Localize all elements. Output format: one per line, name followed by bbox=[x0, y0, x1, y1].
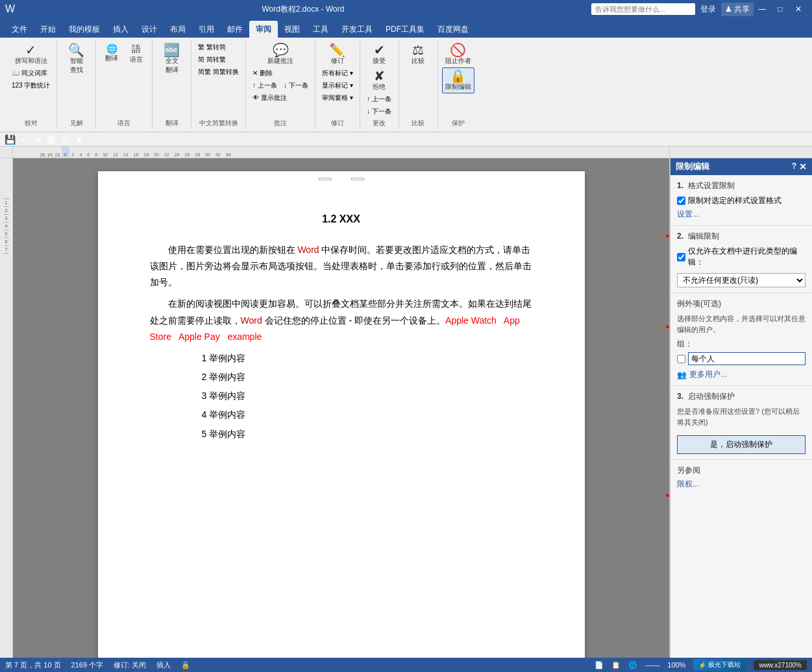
btn-new-comment[interactable]: 💬 新建批注 bbox=[264, 42, 297, 67]
panel-help-icon[interactable]: ? bbox=[792, 162, 796, 172]
ribbon-group-translate: 🔤 全文 翻译 翻译 bbox=[153, 40, 191, 129]
tab-view[interactable]: 视图 bbox=[278, 21, 306, 38]
qa-print[interactable]: 🖨 bbox=[58, 134, 71, 145]
logo-watermark: ⚡ 极光下载站 bbox=[693, 659, 746, 671]
tab-references[interactable]: 引用 bbox=[192, 21, 221, 38]
right-panel: 限制编辑 ? ✕ 1. 格式设置限制 限制对选定的样式设置格式 设置... 2.… bbox=[669, 158, 812, 672]
main-area: 1 2 3 4 5 6 7 1.2 XXX bbox=[0, 158, 812, 672]
document-scroll-area[interactable]: 1.2 XXX 使用在需要位置出现的新按钮在 Word 中保存时间。若要更改图片… bbox=[13, 158, 669, 672]
ribbon-group-convert: 繁 繁转简 简 简转繁 简繁 简繁转换 中文简繁转换 bbox=[191, 40, 246, 129]
section4-title: 3. 启动强制保护 bbox=[677, 391, 806, 402]
section1-checkbox[interactable] bbox=[677, 197, 685, 205]
status-bar: 第 7 页，共 10 页 2169 个字 修订: 关闭 插入 🔒 📄 📋 🌐 —… bbox=[0, 658, 812, 672]
view-web-btn[interactable]: 🌐 bbox=[628, 661, 637, 669]
red-arrow-2: ➜ bbox=[665, 314, 669, 339]
qa-redo[interactable]: ↪ bbox=[32, 134, 43, 145]
doc-title: 1.2 XXX bbox=[150, 210, 533, 229]
tab-baidu[interactable]: 百度网盘 bbox=[431, 21, 475, 38]
btn-convert[interactable]: 简繁 简繁转换 bbox=[195, 66, 241, 78]
qa-format[interactable]: ▦ bbox=[45, 134, 57, 145]
qa-undo[interactable]: ↩ bbox=[19, 134, 31, 145]
btn-language[interactable]: 語 语言 bbox=[125, 42, 148, 66]
tab-dev[interactable]: 开发工具 bbox=[335, 21, 379, 38]
tab-mytemplate[interactable]: 我的模板 bbox=[62, 21, 106, 38]
tab-insert[interactable]: 插入 bbox=[106, 21, 135, 38]
group-label: 组： bbox=[677, 339, 806, 350]
qa-save[interactable]: 💾 bbox=[3, 134, 18, 145]
btn-traditional-to-simplified[interactable]: 繁 繁转简 bbox=[195, 42, 241, 53]
ribbon-group-comments: 💬 新建批注 ✕ 删除 ↑ 上一条 ↓ 下一条 👁 显示批注 批注 bbox=[246, 40, 315, 129]
btn-block-authors[interactable]: 🚫 阻止作者 bbox=[442, 42, 474, 67]
red-arrow-1: ➜ bbox=[665, 223, 669, 248]
tab-mail[interactable]: 邮件 bbox=[221, 21, 249, 38]
block-authors-icon: 🚫 bbox=[450, 43, 466, 56]
status-words: 2169 个字 bbox=[71, 660, 104, 670]
panel-close-button[interactable]: ✕ bbox=[799, 162, 807, 172]
tab-file[interactable]: 文件 bbox=[5, 21, 34, 38]
site-label: www.x27100% bbox=[754, 660, 807, 670]
doc-para-1: 使用在需要位置出现的新按钮在 Word 中保存时间。若要更改图片适应文档的方式，… bbox=[150, 242, 533, 291]
also-see-link[interactable]: 限权... bbox=[677, 479, 699, 488]
btn-prev-comment[interactable]: ↑ 上一条 bbox=[250, 80, 280, 91]
btn-review-pane[interactable]: 审阅窗格 ▾ bbox=[319, 92, 356, 104]
apple-watch-text: Apple Watch bbox=[445, 315, 497, 326]
tab-design[interactable]: 设计 bbox=[135, 21, 164, 38]
enforce-protection-button[interactable]: 是，启动强制保护 bbox=[677, 435, 806, 454]
section1-title: 1. 格式设置限制 bbox=[677, 180, 806, 191]
title-controls: — □ ✕ bbox=[754, 3, 807, 15]
btn-thesaurus[interactable]: 📖 同义词库 bbox=[9, 67, 53, 79]
btn-spelling[interactable]: ✓ 拼写和语法 bbox=[12, 42, 51, 67]
left-ruler: 1 2 3 4 5 6 7 bbox=[0, 158, 13, 672]
section2-checkbox[interactable] bbox=[677, 253, 685, 261]
btn-show-markup[interactable]: 显示标记 ▾ bbox=[319, 80, 356, 91]
btn-smart-lookup[interactable]: 🔍 智能 查找 bbox=[65, 42, 88, 77]
btn-simplified-to-traditional[interactable]: 简 简转繁 bbox=[195, 54, 241, 66]
view-read-btn[interactable]: 📄 bbox=[595, 661, 604, 669]
btn-prev-change[interactable]: ↑ 上一条 bbox=[364, 93, 394, 105]
document-page[interactable]: 1.2 XXX 使用在需要位置出现的新按钮在 Word 中保存时间。若要更改图片… bbox=[98, 171, 585, 672]
view-page-btn[interactable]: 📋 bbox=[611, 661, 621, 669]
btn-accept[interactable]: ✔ 接受 bbox=[367, 42, 391, 67]
btn-next-comment[interactable]: ↓ 下一条 bbox=[281, 80, 311, 91]
restore-button[interactable]: □ bbox=[772, 3, 789, 15]
btn-show-comments[interactable]: 👁 显示批注 bbox=[250, 92, 311, 104]
close-button[interactable]: ✕ bbox=[790, 3, 807, 15]
ribbon-group-compare: ⚖ 比较 比较 bbox=[399, 40, 438, 129]
status-right: 📄 📋 🌐 —— 100% ⚡ 极光下载站 www.x27100% bbox=[595, 659, 807, 671]
btn-full-translate[interactable]: 🔤 全文 翻译 bbox=[160, 42, 184, 77]
editing-restriction-select[interactable]: 不允许任何更改(只读) 批注 填写窗体 修订 bbox=[677, 273, 806, 287]
section3-title: 例外项(可选) bbox=[677, 298, 806, 309]
btn-translate[interactable]: 🌐 翻译 bbox=[100, 42, 123, 66]
title-bar-title: Word教程2.docx - Word bbox=[15, 4, 591, 15]
btn-restrict-editing[interactable]: 🔒 限制编辑 bbox=[442, 67, 474, 93]
search-input[interactable] bbox=[591, 3, 695, 15]
also-see-section: 另参阅 限权... bbox=[671, 460, 812, 495]
btn-wordcount[interactable]: 123 字数统计 bbox=[9, 80, 53, 91]
tab-layout[interactable]: 布局 bbox=[164, 21, 192, 38]
btn-delete-comment[interactable]: ✕ 删除 bbox=[250, 67, 311, 79]
login-button[interactable]: 登录 bbox=[700, 4, 716, 15]
settings-link[interactable]: 设置... bbox=[677, 209, 806, 220]
group-input-row bbox=[677, 352, 806, 365]
panel-section-protect: 3. 启动强制保护 您是否准备应用这些设置? (您可以稍后将其关闭) 是，启动强… bbox=[671, 386, 812, 460]
status-mode: 插入 bbox=[156, 660, 171, 670]
btn-track-changes[interactable]: ✏️ 修订 bbox=[326, 42, 349, 67]
list-item-2: 2 举例内容 bbox=[202, 369, 533, 385]
btn-all-markup[interactable]: 所有标记 ▾ bbox=[319, 67, 356, 79]
btn-next-change[interactable]: ↓ 下一条 bbox=[364, 106, 394, 117]
tab-tools[interactable]: 工具 bbox=[306, 21, 335, 38]
restrict-icon: 🔒 bbox=[450, 69, 466, 82]
btn-reject[interactable]: ✘ 拒绝 bbox=[367, 67, 391, 93]
word-highlight-2: Word bbox=[241, 315, 262, 326]
tab-home[interactable]: 开始 bbox=[34, 21, 62, 38]
doc-list: 1 举例内容 2 举例内容 3 举例内容 4 举例内容 5 举例内容 bbox=[202, 350, 533, 442]
btn-compare[interactable]: ⚖ 比较 bbox=[406, 42, 430, 67]
everyone-checkbox[interactable] bbox=[677, 355, 685, 363]
tab-pdf[interactable]: PDF工具集 bbox=[379, 21, 431, 38]
more-users-link[interactable]: 👥 更多用户... bbox=[677, 369, 806, 380]
tab-review[interactable]: 审阅 bbox=[249, 21, 278, 38]
everyone-input[interactable] bbox=[688, 352, 806, 365]
share-button[interactable]: ♟ 共享 bbox=[721, 3, 754, 16]
qa-more[interactable]: ▼ bbox=[73, 134, 86, 145]
minimize-button[interactable]: — bbox=[754, 3, 770, 15]
